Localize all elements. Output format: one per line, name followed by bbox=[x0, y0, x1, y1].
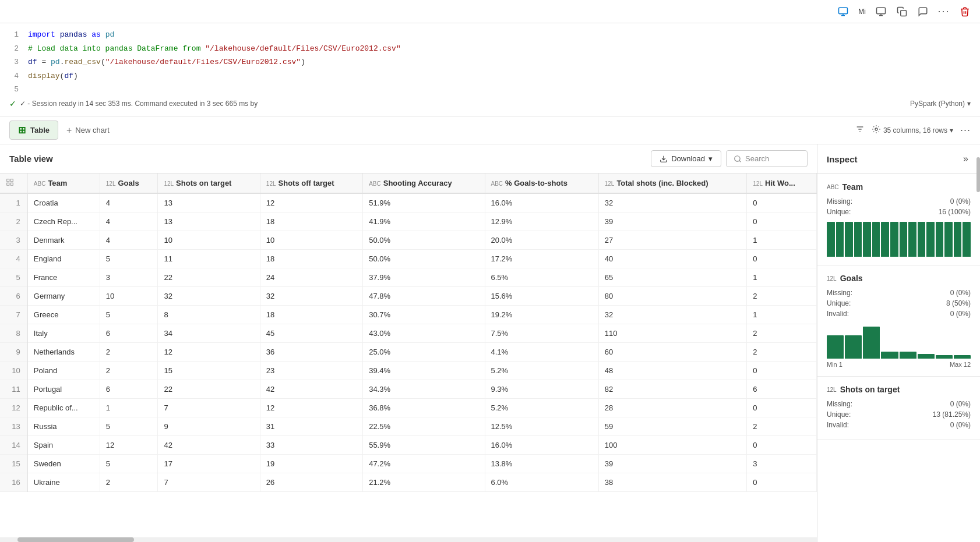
filter-icon[interactable] bbox=[855, 125, 865, 136]
tab-right-actions: 35 columns, 16 rows ▾ ··· bbox=[855, 124, 971, 136]
table-row: 12Republic of...171236.8%5.2%280 bbox=[0, 399, 817, 417]
user-initial: Mi bbox=[856, 8, 868, 16]
more-options-icon[interactable]: ··· bbox=[960, 124, 971, 136]
row-number: 6 bbox=[0, 287, 27, 306]
pyspark-selector[interactable]: PySpark (Python) ▾ bbox=[910, 100, 971, 108]
mini-bar bbox=[872, 222, 880, 257]
table-cell: 8 bbox=[158, 306, 260, 324]
top-toolbar: Mi ··· bbox=[0, 0, 980, 23]
table-cell: 3 bbox=[100, 268, 158, 287]
table-row: 6Germany10323247.8%15.6%802 bbox=[0, 287, 817, 306]
mini-bar bbox=[963, 222, 971, 257]
tab-table[interactable]: ⊞ Table bbox=[9, 121, 58, 140]
table-row: 16Ukraine272621.2%6.0%380 bbox=[0, 473, 817, 492]
table-cell: 43.0% bbox=[363, 324, 485, 343]
row-number: 10 bbox=[0, 362, 27, 380]
table-cell: 13 bbox=[158, 212, 260, 231]
table-cell: 39 bbox=[598, 212, 747, 231]
table-cell: 5 bbox=[100, 306, 158, 324]
status-bar: ✓ ✓ - Session ready in 14 sec 353 ms. Co… bbox=[0, 97, 980, 111]
col-header-team: ABCTeam bbox=[27, 173, 100, 193]
more-dots-icon[interactable]: ··· bbox=[936, 3, 952, 20]
table-row: 5France3222437.9%6.5%651 bbox=[0, 268, 817, 287]
table-cell: 12.5% bbox=[485, 417, 598, 436]
table-cell: Spain bbox=[27, 436, 100, 455]
table-cell: 34.3% bbox=[363, 380, 485, 399]
mini-bar bbox=[881, 352, 898, 359]
table-cell: 12 bbox=[260, 399, 362, 417]
row-number: 11 bbox=[0, 380, 27, 399]
code-line-3: 3 df = pd.read_csv("/lakehouse/default/F… bbox=[0, 55, 980, 69]
row-number: 14 bbox=[0, 436, 27, 455]
table-cell: 2 bbox=[100, 362, 158, 380]
copy-icon[interactable] bbox=[894, 3, 910, 20]
table-cell: 3 bbox=[747, 455, 817, 473]
inspect-content[interactable]: ABC Team Missing: 0 (0%) Unique: 16 (100… bbox=[817, 174, 980, 542]
columns-info[interactable]: 35 columns, 16 rows ▾ bbox=[872, 125, 953, 136]
tab-new-chart[interactable]: + New chart bbox=[58, 122, 118, 139]
table-cell: 19 bbox=[260, 455, 362, 473]
monitor-icon[interactable] bbox=[835, 3, 851, 20]
goals-range: Min 1 Max 12 bbox=[827, 361, 971, 368]
table-cell: 50.0% bbox=[363, 250, 485, 268]
inspect-section-team: ABC Team Missing: 0 (0%) Unique: 16 (100… bbox=[817, 174, 980, 265]
col-header-goals: 12LGoals bbox=[100, 173, 158, 193]
table-cell: Russia bbox=[27, 417, 100, 436]
table-cell: 12 bbox=[260, 193, 362, 212]
table-cell: 22.5% bbox=[363, 417, 485, 436]
table-cell: 51.9% bbox=[363, 193, 485, 212]
table-cell: 5 bbox=[100, 250, 158, 268]
horizontal-scrollbar[interactable] bbox=[0, 537, 817, 542]
table-view-header: Table view Download ▾ Search bbox=[0, 144, 817, 173]
table-cell: 47.2% bbox=[363, 455, 485, 473]
inspect-shots-missing: Missing: 0 (0%) bbox=[827, 400, 971, 408]
chat-icon[interactable] bbox=[915, 3, 931, 20]
table-cell: 5.2% bbox=[485, 399, 598, 417]
inspect-team-missing: Missing: 0 (0%) bbox=[827, 197, 971, 206]
mini-bar bbox=[944, 222, 953, 257]
table-cell: 32 bbox=[260, 287, 362, 306]
table-cell: Netherlands bbox=[27, 343, 100, 362]
mini-bar bbox=[936, 355, 953, 359]
screen-icon[interactable] bbox=[873, 3, 889, 20]
table-cell: 17 bbox=[158, 455, 260, 473]
mini-bar bbox=[845, 335, 862, 359]
table-cell: 1 bbox=[747, 268, 817, 287]
row-number: 2 bbox=[0, 212, 27, 231]
table-cell: 10 bbox=[158, 231, 260, 250]
plus-icon: + bbox=[66, 125, 72, 136]
mini-bar bbox=[881, 222, 889, 257]
svg-rect-0 bbox=[839, 8, 848, 14]
table-cell: 24 bbox=[260, 268, 362, 287]
table-cell: Denmark bbox=[27, 231, 100, 250]
table-cell: 5 bbox=[100, 417, 158, 436]
table-cell: 18 bbox=[260, 212, 362, 231]
download-button[interactable]: Download ▾ bbox=[651, 150, 721, 167]
row-number: 9 bbox=[0, 343, 27, 362]
table-row: 4England5111850.0%17.2%400 bbox=[0, 250, 817, 268]
search-button[interactable]: Search bbox=[726, 150, 808, 167]
code-line-5: 5 bbox=[0, 83, 980, 97]
table-cell: 2 bbox=[100, 343, 158, 362]
delete-icon[interactable] bbox=[957, 3, 973, 20]
table-cell: 32 bbox=[598, 193, 747, 212]
table-cell: 11 bbox=[158, 250, 260, 268]
inspect-section-shots-on-target: 12L Shots on target Missing: 0 (0%) Uniq… bbox=[817, 377, 980, 440]
table-row: 9Netherlands2123625.0%4.1%602 bbox=[0, 343, 817, 362]
table-cell: 37.9% bbox=[363, 268, 485, 287]
table-cell: Ukraine bbox=[27, 473, 100, 492]
expand-icon[interactable]: » bbox=[961, 151, 971, 167]
table-cell: Italy bbox=[27, 324, 100, 343]
data-table-wrapper[interactable]: ABCTeam 12LGoals 12LShots on target 12LS… bbox=[0, 173, 817, 537]
table-header-row: ABCTeam 12LGoals 12LShots on target 12LS… bbox=[0, 173, 817, 193]
scrollbar-thumb[interactable] bbox=[17, 537, 134, 542]
svg-point-8 bbox=[735, 155, 740, 161]
row-number: 15 bbox=[0, 455, 27, 473]
table-cell: Czech Rep... bbox=[27, 212, 100, 231]
row-number: 16 bbox=[0, 473, 27, 492]
table-cell: 15 bbox=[158, 362, 260, 380]
table-cell: 4.1% bbox=[485, 343, 598, 362]
table-cell: 36 bbox=[260, 343, 362, 362]
table-cell: Germany bbox=[27, 287, 100, 306]
table-grid-icon: ⊞ bbox=[18, 125, 26, 136]
